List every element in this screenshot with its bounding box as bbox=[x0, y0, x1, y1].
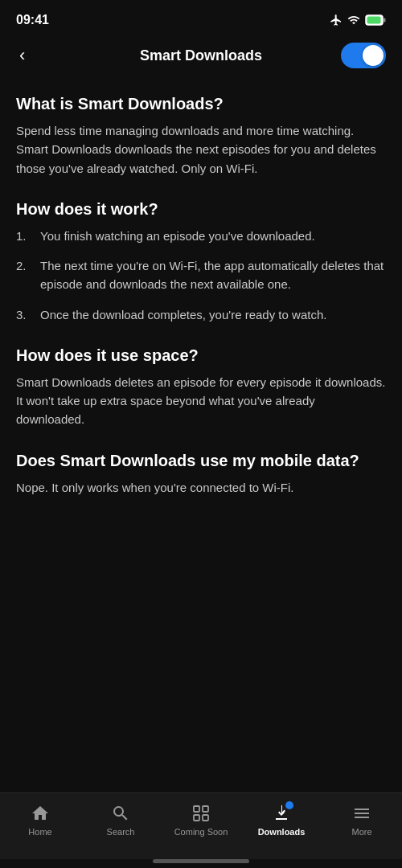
toggle-knob bbox=[363, 45, 384, 66]
status-bar: 09:41 bbox=[0, 0, 402, 35]
svg-rect-4 bbox=[203, 806, 208, 812]
page-title: Smart Downloads bbox=[140, 47, 262, 64]
svg-rect-1 bbox=[367, 17, 381, 24]
downloads-icon bbox=[271, 803, 292, 824]
back-button[interactable]: ‹ bbox=[16, 42, 28, 69]
more-icon bbox=[351, 803, 372, 824]
section-title-how-space: How does it use space? bbox=[16, 346, 386, 365]
nav-label-coming-soon: Coming Soon bbox=[174, 827, 228, 837]
svg-rect-5 bbox=[194, 815, 199, 821]
nav-label-more: More bbox=[351, 827, 371, 837]
section-title-how-work: How does it work? bbox=[16, 200, 386, 219]
section-how-work: How does it work? 1. You finish watching… bbox=[16, 200, 386, 324]
section-body-mobile-data: Nope. It only works when you're connecte… bbox=[16, 478, 386, 497]
svg-rect-3 bbox=[194, 806, 199, 812]
nav-label-search: Search bbox=[107, 827, 135, 837]
coming-soon-icon bbox=[191, 803, 211, 824]
nav-bar: ‹ Smart Downloads bbox=[0, 35, 402, 79]
nav-item-home[interactable]: Home bbox=[0, 800, 80, 837]
how-work-list: 1. You finish watching an episode you've… bbox=[16, 227, 386, 324]
nav-item-more[interactable]: More bbox=[322, 800, 402, 837]
nav-item-search[interactable]: Search bbox=[80, 800, 161, 837]
wifi-icon bbox=[347, 14, 360, 27]
nav-item-downloads[interactable]: Downloads bbox=[241, 800, 322, 837]
svg-rect-6 bbox=[203, 815, 208, 821]
battery-icon bbox=[365, 14, 386, 26]
section-body-what-is: Spend less time managing downloads and m… bbox=[16, 121, 386, 178]
list-item: 2. The next time you're on Wi-Fi, the ap… bbox=[16, 256, 386, 294]
smart-downloads-toggle[interactable] bbox=[341, 43, 386, 68]
section-body-how-space: Smart Downloads deletes an episode for e… bbox=[16, 373, 386, 429]
list-item: 3. Once the download completes, you're r… bbox=[16, 305, 386, 324]
section-how-space: How does it use space? Smart Downloads d… bbox=[16, 346, 386, 429]
section-what-is: What is Smart Downloads? Spend less time… bbox=[16, 95, 386, 178]
search-icon bbox=[110, 803, 131, 824]
list-item: 1. You finish watching an episode you've… bbox=[16, 227, 386, 245]
home-indicator bbox=[153, 859, 249, 863]
downloads-badge bbox=[285, 801, 293, 809]
section-title-mobile-data: Does Smart Downloads use my mobile data? bbox=[16, 452, 386, 470]
nav-label-downloads: Downloads bbox=[258, 827, 306, 837]
nav-label-home: Home bbox=[28, 827, 51, 837]
bottom-nav-container: Home Search Coming Soon bbox=[0, 792, 402, 868]
nav-item-coming-soon[interactable]: Coming Soon bbox=[161, 800, 241, 837]
section-title-what-is: What is Smart Downloads? bbox=[16, 95, 386, 113]
bottom-nav: Home Search Coming Soon bbox=[0, 792, 402, 859]
status-icons bbox=[330, 14, 386, 27]
status-time: 09:41 bbox=[16, 13, 49, 27]
home-icon bbox=[30, 803, 51, 824]
airplane-icon bbox=[330, 14, 343, 27]
svg-rect-2 bbox=[384, 18, 386, 23]
section-mobile-data: Does Smart Downloads use my mobile data?… bbox=[16, 452, 386, 497]
main-content: What is Smart Downloads? Spend less time… bbox=[0, 79, 402, 792]
